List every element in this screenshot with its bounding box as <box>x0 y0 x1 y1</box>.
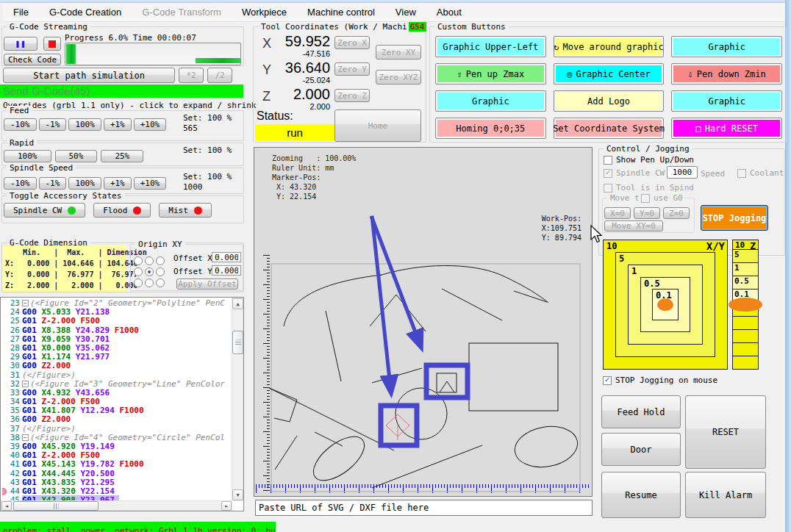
custom-button-graphic-upper-left[interactable]: Graphic Upper-Left <box>435 36 546 57</box>
custom-button-graphic[interactable]: Graphic <box>671 36 782 57</box>
origin-radio-6[interactable] <box>134 278 143 287</box>
speed-input[interactable] <box>667 166 698 179</box>
origin-radio-2[interactable] <box>156 256 165 265</box>
override-spindle-speed-100[interactable]: 100% <box>68 177 101 190</box>
menu-view[interactable]: View <box>396 7 416 18</box>
jog-z-step-0-5[interactable]: 0.5 <box>732 276 759 290</box>
origin-radio-4[interactable] <box>145 267 154 276</box>
menu-about[interactable]: About <box>437 7 462 18</box>
z-jog-strip[interactable]: 10Z510.50.1 <box>732 240 759 370</box>
offset-x-field[interactable] <box>212 252 241 262</box>
custom-button-move-around-graphic[interactable]: ↻Move around graphic <box>554 36 665 57</box>
home-button[interactable]: Home <box>334 109 421 142</box>
jog-z-blank[interactable] <box>732 317 759 330</box>
custom-button-graphic-center[interactable]: ◎Graphic Center <box>554 63 665 85</box>
custom-button-graphic[interactable]: Graphic <box>435 90 546 112</box>
jog-z-blank[interactable] <box>732 343 759 356</box>
zero-xy-button[interactable]: Zero XY <box>376 45 421 60</box>
svg-dxf-url-input[interactable] <box>255 500 593 516</box>
fold-minus-icon[interactable]: − <box>22 434 29 441</box>
menu-g-code-transform[interactable]: G-Code Transform <box>142 7 221 18</box>
fold-minus-icon[interactable]: − <box>22 381 29 387</box>
override-spindle-speed-10[interactable]: +10% <box>134 177 167 190</box>
kill-alarm-button[interactable]: Kill Alarm <box>685 472 766 518</box>
override-feed-100[interactable]: 100% <box>68 118 101 131</box>
vscroll-thumb[interactable] <box>232 331 243 354</box>
zero-xyz-button[interactable]: Zero XYZ <box>376 70 421 85</box>
gcode-hscrollbar[interactable]: ◄ ► <box>1 500 232 511</box>
custom-button-homing-0-0-35[interactable]: Homing 0;0;35 <box>435 118 546 139</box>
origin-radio-7[interactable] <box>145 278 154 287</box>
custom-button-add-logo[interactable]: Add Logo <box>554 90 665 112</box>
origin-radio-3[interactable] <box>134 267 143 276</box>
zero-x-button[interactable]: Zero X <box>334 36 370 49</box>
use-g0-checkbox[interactable]: use G0 <box>640 193 684 203</box>
times2-button[interactable]: *2 <box>179 68 204 83</box>
custom-button-graphic[interactable]: Graphic <box>671 90 782 112</box>
apply-offset-button[interactable]: Apply Offset <box>176 278 238 290</box>
coolant-checkbox[interactable]: Coolant <box>737 168 784 178</box>
zero-y-button[interactable]: Zero Y <box>334 62 370 76</box>
toggle-flood[interactable]: Flood <box>93 203 151 218</box>
menu-workpiece[interactable]: Workpiece <box>242 7 287 18</box>
feed-hold-button[interactable]: Feed Hold <box>601 395 681 428</box>
move-z0-button[interactable]: Z=0 <box>663 207 690 219</box>
stop-button[interactable] <box>43 37 61 51</box>
override-spindle-speed-1[interactable]: +1% <box>104 177 132 190</box>
jog-z-step-1[interactable]: 1 <box>732 263 759 276</box>
hscroll-thumb[interactable] <box>13 501 99 511</box>
override-rapid-25[interactable]: 25% <box>101 150 143 162</box>
resume-button[interactable]: Resume <box>601 472 681 518</box>
move-x0-button[interactable]: X=0 <box>604 207 631 219</box>
jog-z-blank[interactable] <box>732 356 759 370</box>
origin-radio-0[interactable] <box>134 256 143 265</box>
div2-button[interactable]: /2 <box>207 68 232 83</box>
stop-jogging-button[interactable]: STOP Jogging <box>701 205 768 231</box>
fold-minus-icon[interactable]: − <box>22 300 29 306</box>
custom-button-set-coordinate-system[interactable]: Set Coordinate System <box>554 118 665 139</box>
override-spindle-speed-10[interactable]: -10% <box>4 177 37 190</box>
pause-button[interactable]: ❚❚ <box>4 37 37 51</box>
custom-button-pen-up-zmax[interactable]: ⇧Pen up Zmax <box>435 63 546 85</box>
menu-file[interactable]: File <box>13 7 29 18</box>
send-gcode-bar[interactable]: Send G-Code(45) <box>0 85 243 98</box>
start-path-simulation-button[interactable]: Start path simulation <box>3 68 175 83</box>
menu-machine-control[interactable]: Machine control <box>307 7 375 18</box>
toggle-mist[interactable]: Mist <box>159 203 212 218</box>
move-y0-button[interactable]: Y=0 <box>634 207 660 219</box>
menu-g-code-creation[interactable]: G-Code Creation <box>49 7 121 18</box>
spindle-cw-checkbox[interactable]: ✓Spindle CW <box>604 168 665 178</box>
override-feed-1[interactable]: -1% <box>39 118 67 131</box>
move-xy0-button[interactable]: Move XY=0 <box>604 220 663 231</box>
overrides-header[interactable]: Overrides (grbl 1.1 only) - click to exp… <box>3 101 256 110</box>
show-pen-checkbox[interactable]: Show Pen Up/Down <box>604 155 694 165</box>
origin-radio-5[interactable] <box>156 267 165 276</box>
custom-button-hard-reset[interactable]: □Hard RESET <box>671 118 782 139</box>
scroll-left-icon[interactable]: ◄ <box>1 501 12 511</box>
scroll-down-icon[interactable]: ▼ <box>232 489 243 500</box>
override-rapid-50[interactable]: 50% <box>55 150 98 162</box>
door-button[interactable]: Door <box>601 433 681 466</box>
offset-y-field[interactable] <box>212 265 241 276</box>
check-code-button[interactable]: Check Code <box>4 54 61 65</box>
zero-z-button[interactable]: Zero Z <box>334 89 370 102</box>
jog-z-step-5[interactable]: 5 <box>732 250 759 263</box>
gcode-list[interactable]: 23−(<Figure Id="2" Geometry="Polyline" P… <box>0 297 244 511</box>
override-spindle-speed-1[interactable]: -1% <box>39 177 67 190</box>
xy-jog-pad[interactable]: 10510.50.1X/Y <box>603 240 728 370</box>
workspace-canvas[interactable]: Zooming : 100.00% Ruler Unit: mm Marker-… <box>254 147 593 497</box>
origin-radio-8[interactable] <box>156 278 165 287</box>
jog-z-header[interactable]: 10Z <box>732 240 759 250</box>
override-feed-10[interactable]: -10% <box>4 118 37 131</box>
tool-in-spindle-checkbox[interactable]: Tool is in Spind <box>604 183 694 193</box>
scroll-right-icon[interactable]: ► <box>221 501 232 511</box>
override-feed-10[interactable]: +10% <box>134 118 167 131</box>
scroll-up-icon[interactable]: ▲ <box>232 298 243 309</box>
reset-button[interactable]: RESET <box>685 395 766 469</box>
gcode-vscrollbar[interactable]: ▲ ▼ <box>232 298 243 501</box>
override-feed-1[interactable]: +1% <box>104 118 132 131</box>
origin-radio-1[interactable] <box>145 256 154 265</box>
custom-button-pen-down-zmin[interactable]: ⇩Pen down Zmin <box>671 63 782 85</box>
stop-jogging-on-mouse-checkbox[interactable]: ✓STOP Jogging on mouse <box>603 375 717 385</box>
toggle-spindle-cw[interactable]: Spindle CW <box>4 203 85 218</box>
